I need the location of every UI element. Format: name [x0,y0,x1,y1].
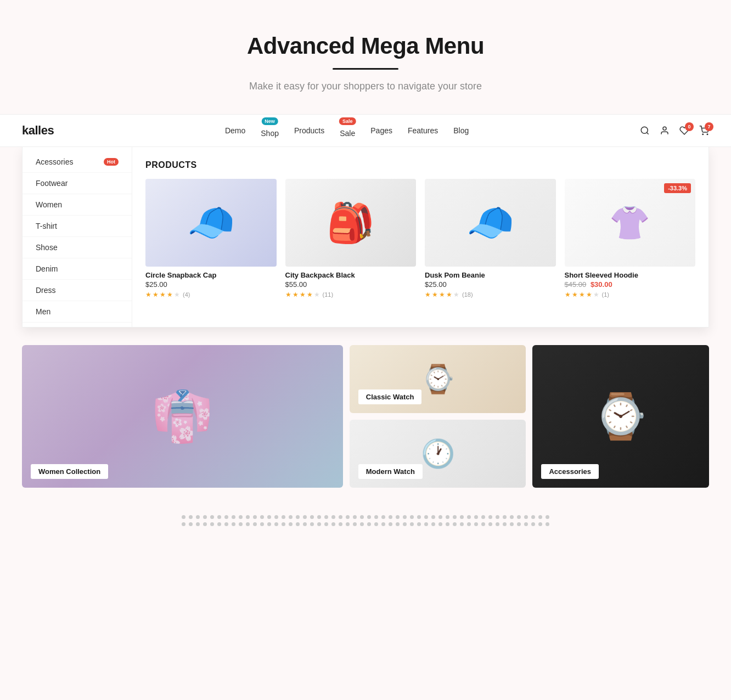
sidebar-item-tshirt[interactable]: T-shirt [23,216,132,237]
pagination-dot[interactable] [282,515,285,519]
pagination-dot[interactable] [467,522,471,526]
pagination-dot[interactable] [217,522,221,526]
pagination-dot[interactable] [246,522,250,526]
sidebar-item-men[interactable]: Men [23,301,132,323]
pagination-dot[interactable] [232,515,235,519]
nav-link-products[interactable]: Products [294,126,324,135]
pagination-dot[interactable] [210,515,214,519]
pagination-dot[interactable] [196,522,200,526]
pagination-dot[interactable] [481,522,485,526]
nav-link-blog[interactable]: Blog [453,126,469,135]
pagination-dot[interactable] [317,515,321,519]
pagination-dot[interactable] [282,522,285,526]
pagination-dot[interactable] [210,522,214,526]
pagination-dot[interactable] [353,522,357,526]
pagination-dot[interactable] [331,522,335,526]
pagination-dot[interactable] [182,515,185,519]
pagination-dot[interactable] [196,515,200,519]
pagination-dot[interactable] [510,522,514,526]
pagination-dot[interactable] [360,515,364,519]
product-card-beanie[interactable]: 🧢 Dusk Pom Beanie $25.00 ★ ★ ★ ★ ★ (18) [425,179,556,298]
pagination-dot[interactable] [381,522,385,526]
pagination-dot[interactable] [317,522,321,526]
pagination-dot[interactable] [546,522,549,526]
pagination-dot[interactable] [253,515,257,519]
pagination-dot[interactable] [203,515,207,519]
pagination-dot[interactable] [510,515,514,519]
pagination-dot[interactable] [331,515,335,519]
pagination-dot[interactable] [503,515,507,519]
pagination-dot[interactable] [496,515,499,519]
pagination-dot[interactable] [431,522,435,526]
pagination-dot[interactable] [310,515,314,519]
pagination-dot[interactable] [374,522,378,526]
pagination-dot[interactable] [353,515,357,519]
pagination-dot[interactable] [224,515,228,519]
pagination-dot[interactable] [303,522,307,526]
pagination-dot[interactable] [538,522,542,526]
pagination-dot[interactable] [253,522,257,526]
pagination-dot[interactable] [474,515,478,519]
pagination-dot[interactable] [531,515,535,519]
pagination-dot[interactable] [424,522,428,526]
pagination-dot[interactable] [488,522,492,526]
pagination-dot[interactable] [296,522,300,526]
pagination-dot[interactable] [289,515,293,519]
product-card-cap[interactable]: 🧢 Circle Snapback Cap $25.00 ★ ★ ★ ★ ★ (… [145,179,277,298]
sidebar-item-accessories[interactable]: Acessories Hot [23,151,132,173]
pagination-dot[interactable] [274,515,278,519]
pagination-dot[interactable] [339,515,342,519]
logo[interactable]: kalles [22,123,54,138]
nav-link-demo[interactable]: Demo [225,126,245,135]
category-card-accessories[interactable]: ⌚ Accessories [532,345,709,488]
pagination-dot[interactable] [431,515,435,519]
pagination-dot[interactable] [417,522,421,526]
account-button[interactable] [660,126,670,136]
pagination-dot[interactable] [517,515,521,519]
pagination-dot[interactable] [503,522,507,526]
nav-item-demo[interactable]: Demo [225,126,245,136]
pagination-dot[interactable] [346,515,350,519]
pagination-dot[interactable] [538,515,542,519]
pagination-dot[interactable] [531,522,535,526]
search-button[interactable] [640,126,650,136]
wishlist-button[interactable]: 0 [679,126,689,136]
pagination-dot[interactable] [403,515,407,519]
pagination-dot[interactable] [232,522,235,526]
pagination-dot[interactable] [410,522,414,526]
pagination-dot[interactable] [324,522,328,526]
sidebar-item-footwear[interactable]: Footwear [23,173,132,194]
pagination-dot[interactable] [324,515,328,519]
pagination-dot[interactable] [381,515,385,519]
nav-item-pages[interactable]: Pages [370,126,392,136]
sidebar-item-denim[interactable]: Denim [23,258,132,280]
product-card-hoodie[interactable]: -33.3% 👚 Short Sleeved Hoodie $45.00 $30… [565,179,696,298]
pagination-dot[interactable] [403,522,407,526]
pagination-dot[interactable] [389,522,392,526]
pagination-dot[interactable] [460,522,464,526]
cart-button[interactable]: 7 [699,126,709,136]
pagination-dot[interactable] [367,522,371,526]
pagination-dot[interactable] [367,515,371,519]
nav-item-shop[interactable]: New Shop [261,123,279,138]
pagination-dot[interactable] [217,515,221,519]
pagination-dot[interactable] [524,515,528,519]
pagination-dot[interactable] [438,522,442,526]
pagination-dot[interactable] [289,522,293,526]
pagination-dot[interactable] [360,522,364,526]
pagination-dot[interactable] [396,515,400,519]
nav-link-features[interactable]: Features [408,126,438,135]
pagination-dot[interactable] [239,522,243,526]
pagination-dot[interactable] [546,515,549,519]
pagination-dot[interactable] [189,522,193,526]
nav-item-features[interactable]: Features [408,126,438,136]
pagination-dot[interactable] [189,515,193,519]
pagination-dot[interactable] [446,522,449,526]
pagination-dot[interactable] [453,522,457,526]
pagination-dot[interactable] [339,522,342,526]
pagination-dot[interactable] [260,515,264,519]
pagination-dot[interactable] [267,515,271,519]
pagination-dot[interactable] [467,515,471,519]
pagination-dot[interactable] [246,515,250,519]
pagination-dot[interactable] [203,522,207,526]
